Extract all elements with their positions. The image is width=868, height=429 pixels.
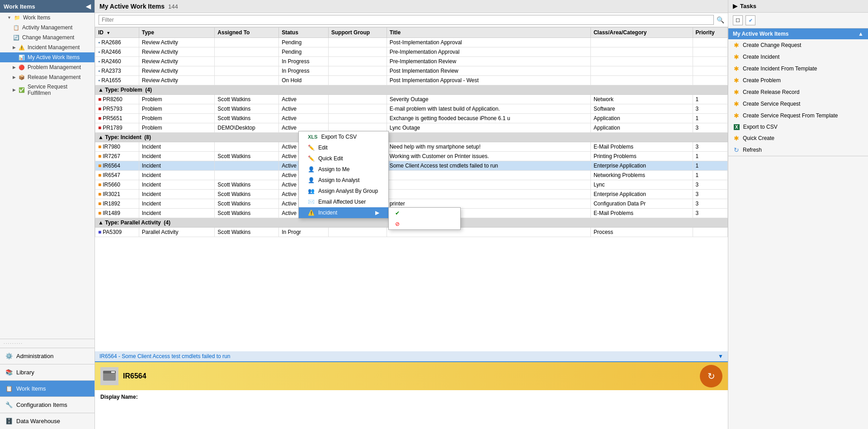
table-row[interactable]: ■PR5651 Problem Scott Watkins Active Exc… bbox=[95, 114, 728, 123]
action-create-service-request-from-template[interactable]: ✱ Create Service Request From Template bbox=[728, 110, 868, 121]
context-menu-edit[interactable]: ✏️ Edit bbox=[299, 142, 388, 153]
sidebar-item-problem-management[interactable]: ▶ 🔴 Problem Management bbox=[0, 62, 94, 72]
sidebar-nav-configuration-items[interactable]: 🔧 Configuration Items bbox=[0, 396, 94, 413]
sidebar-item-label: Change Management bbox=[22, 34, 74, 41]
action-export-csv[interactable]: X Export to CSV bbox=[728, 121, 868, 132]
cell-title bbox=[387, 190, 590, 199]
table-row[interactable]: ■PR5793 Problem Scott Watkins Active E-m… bbox=[95, 104, 728, 114]
checkbox-icon-button[interactable]: ☐ bbox=[733, 15, 743, 25]
right-section-my-active: My Active Work Items ▲ ✱ Create Change R… bbox=[728, 28, 868, 156]
cell-priority: 3 bbox=[693, 190, 727, 199]
table-row[interactable]: ■IR6547 Incident Active Networking Probl… bbox=[95, 171, 728, 180]
action-label: Create Service Request bbox=[743, 101, 800, 107]
action-label: Create Change Request bbox=[743, 42, 801, 48]
table-row[interactable]: ■PR8260 Problem Scott Watkins Active Sev… bbox=[95, 95, 728, 104]
cell-class: Networking Problems bbox=[590, 171, 693, 180]
sidebar-nav-administration[interactable]: ⚙️ Administration bbox=[0, 348, 94, 364]
sidebar-collapse-button[interactable]: ◀ bbox=[86, 3, 91, 10]
table-row[interactable]: ■IR5660 Incident Scott Watkins Active Ly… bbox=[95, 180, 728, 190]
action-create-release-record[interactable]: ✱ Create Release Record bbox=[728, 86, 868, 98]
table-row[interactable]: ▪RA1655 Review Activity On Hold Post Imp… bbox=[95, 76, 728, 85]
check-circle-icon-button[interactable]: ✔ bbox=[745, 15, 755, 25]
table-row[interactable]: ▪RA2460 Review Activity In Progress Pre-… bbox=[95, 57, 728, 66]
cell-class bbox=[590, 57, 693, 66]
cell-priority: 3 bbox=[693, 142, 727, 152]
context-menu-email-user[interactable]: ✉️ Email Affected User bbox=[299, 196, 388, 207]
right-section-header[interactable]: My Active Work Items ▲ bbox=[728, 28, 868, 39]
context-item-label: Incident bbox=[318, 210, 337, 216]
col-header-support[interactable]: Support Group bbox=[328, 28, 387, 38]
search-button[interactable]: 🔍 bbox=[717, 16, 724, 23]
sidebar-nav-data-warehouse[interactable]: 🗄️ Data Warehouse bbox=[0, 413, 94, 429]
context-menu-assign-group[interactable]: 👥 Assign Analyst By Group bbox=[299, 186, 388, 196]
right-panel-expand-icon[interactable]: ▶ bbox=[733, 3, 737, 9]
sidebar-item-service-request[interactable]: ▶ ✅ Service Request Fulfillmen bbox=[0, 82, 94, 98]
detail-panel: IR6564 ↻ Display Name: bbox=[95, 361, 728, 429]
table-row-ir6564[interactable]: ■IR6564 Incident Active Service Desk Som… bbox=[95, 161, 728, 171]
action-refresh[interactable]: ↻ Refresh bbox=[728, 144, 868, 156]
action-create-incident-from-template[interactable]: ✱ Create Incident From Template bbox=[728, 63, 868, 75]
table-row[interactable]: ▪RA2686 Review Activity Pending Post-Imp… bbox=[95, 38, 728, 47]
action-quick-create[interactable]: ✱ Quick Create bbox=[728, 132, 868, 144]
cell-support bbox=[328, 104, 387, 114]
sidebar-nav-work-items[interactable]: 📋 Work Items bbox=[0, 380, 94, 396]
cell-title: Working with Customer on Printer issues. bbox=[387, 152, 590, 161]
cell-support bbox=[328, 95, 387, 104]
action-create-incident[interactable]: ✱ Create Incident bbox=[728, 51, 868, 63]
cell-type: Parallel Activity bbox=[139, 228, 215, 237]
sidebar-tree: ▼ 📁 Work Items 📋 Activity Management 🔄 C… bbox=[0, 13, 94, 339]
table-row[interactable]: ■IR7267 Incident Scott Watkins Active De… bbox=[95, 152, 728, 161]
col-header-assigned[interactable]: Assigned To bbox=[215, 28, 279, 38]
filter-input[interactable] bbox=[99, 15, 714, 25]
cell-id: ■PR5651 bbox=[95, 114, 139, 123]
context-menu-export-csv[interactable]: XLS Export To CSV bbox=[299, 131, 388, 142]
sidebar: Work Items ◀ ▼ 📁 Work Items 📋 Activity M… bbox=[0, 0, 95, 429]
sidebar-item-my-active-work-items[interactable]: 📊 My Active Work Items bbox=[0, 52, 94, 62]
context-menu-incident[interactable]: ⚠️ Incident ▶ ✔ Resolve ⊘ bbox=[299, 207, 388, 218]
col-header-priority[interactable]: Priority bbox=[693, 28, 727, 38]
cell-support bbox=[328, 38, 387, 47]
sidebar-item-incident-management[interactable]: ▶ ⚠️ Incident Management bbox=[0, 42, 94, 52]
table-row[interactable]: ■IR3021 Incident Scott Watkins Active En… bbox=[95, 190, 728, 199]
context-menu-assign-me[interactable]: 👤 Assign to Me bbox=[299, 164, 388, 175]
group-header-incident[interactable]: ▲ Type: Incident (8) bbox=[95, 133, 728, 142]
action-create-problem[interactable]: ✱ Create Problem bbox=[728, 75, 868, 86]
action-create-service-request[interactable]: ✱ Create Service Request bbox=[728, 98, 868, 110]
sidebar-title: Work Items bbox=[4, 3, 35, 10]
sidebar-item-change-management[interactable]: 🔄 Change Management bbox=[0, 33, 94, 42]
sidebar-nav-library[interactable]: 📚 Library bbox=[0, 364, 94, 380]
panel-title: My Active Work Items bbox=[99, 3, 165, 10]
table-row[interactable]: ▪RA2466 Review Activity Pending Pre-Impl… bbox=[95, 47, 728, 57]
detail-link-bar[interactable]: IR6564 - Some Client Access test cmdlets… bbox=[95, 351, 728, 361]
cell-assigned: Scott Watkins bbox=[215, 190, 279, 199]
sidebar-item-activity-management[interactable]: 📋 Activity Management bbox=[0, 23, 94, 33]
data-table-wrap[interactable]: ID ▼ Type Assigned To Status Support Gro… bbox=[95, 27, 728, 351]
col-header-class[interactable]: Class/Area/Category bbox=[590, 28, 693, 38]
cell-assigned bbox=[215, 47, 279, 57]
detail-body: Display Name: bbox=[95, 390, 728, 404]
col-header-status[interactable]: Status bbox=[279, 28, 329, 38]
action-label: Create Incident From Template bbox=[743, 65, 817, 72]
table-row[interactable]: ■PR1789 Problem DEMO\Desktop Active Lync… bbox=[95, 123, 728, 133]
col-header-id[interactable]: ID ▼ bbox=[95, 28, 139, 38]
right-panel-header: ▶ Tasks bbox=[728, 0, 868, 13]
action-create-change-request[interactable]: ✱ Create Change Request bbox=[728, 39, 868, 51]
sidebar-item-release-management[interactable]: ▶ 📦 Release Management bbox=[0, 72, 94, 82]
group-header-problem[interactable]: ▲ Type: Problem (4) bbox=[95, 85, 728, 95]
col-header-title[interactable]: Title bbox=[387, 28, 590, 38]
submenu-resolve[interactable]: ✔ Resolve bbox=[389, 208, 460, 219]
expand-arrow: ▶ bbox=[13, 45, 16, 50]
table-row[interactable]: ■IR7980 Incident Active Service Desk Nee… bbox=[95, 142, 728, 152]
submenu-escalate[interactable]: ⊘ Escalate or Transfer bbox=[389, 219, 460, 229]
context-menu-assign-analyst[interactable]: 👤 Assign to Analyst bbox=[299, 175, 388, 186]
context-menu-quick-edit[interactable]: ✏️ Quick Edit bbox=[299, 153, 388, 164]
table-row[interactable]: ▪RA2373 Review Activity In Progress Post… bbox=[95, 66, 728, 76]
star-icon: ✱ bbox=[734, 100, 739, 107]
col-header-type[interactable]: Type bbox=[139, 28, 215, 38]
expand-arrow: ▶ bbox=[13, 88, 16, 92]
filter-bar: 🔍 bbox=[95, 13, 728, 27]
section-title: My Active Work Items bbox=[733, 31, 788, 37]
cell-support bbox=[328, 47, 387, 57]
sidebar-item-work-items-root[interactable]: ▼ 📁 Work Items bbox=[0, 13, 94, 23]
detail-title: IR6564 bbox=[123, 372, 695, 380]
